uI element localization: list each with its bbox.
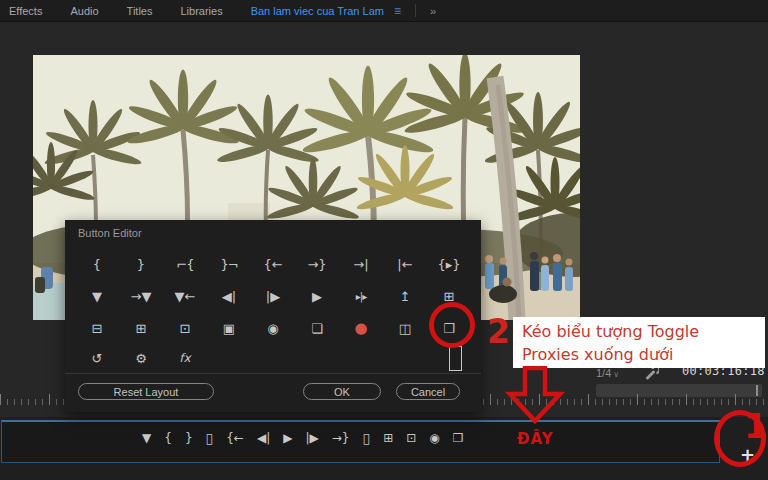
dialog-divider [65,373,481,374]
panel-tabs: EffectsAudioTitlesLibrariesBan lam viec … [9,5,384,17]
export-frame-icon[interactable]: ↥ [383,282,427,310]
lift-icon[interactable]: ⊟ [75,314,119,342]
add-marker-icon[interactable]: ▼ [75,282,119,310]
go-to-previous-marker-icon[interactable]: ▼← [163,282,207,310]
tab-separator [415,4,416,17]
button-row-3: ⊟⊞⊡▣◉❏●◫❒ [75,314,471,342]
mark-in-icon[interactable]: { [75,250,119,278]
blank-button-placeholder[interactable] [449,346,462,371]
toggle-proxies-highlight-circle [429,302,475,348]
overwrite-button[interactable]: ⊡ [406,431,416,445]
play-around-icon[interactable]: ▸|▸ [339,282,383,310]
safe-margins-icon[interactable]: ▣ [207,314,251,342]
cancel-button[interactable]: Cancel [396,383,460,400]
go-to-out-button[interactable]: →} [332,431,350,445]
toggle-proxies-button[interactable]: ❒ [453,431,464,445]
camera-export-frame-icon[interactable]: ◉ [251,314,295,342]
ok-button[interactable]: OK [303,383,381,400]
timeline-toolbar-box: ▼{}▯{←◀|▶|▶→}▯⊞⊡◉❒ [1,420,720,463]
insert-button[interactable]: ⊞ [383,431,393,445]
go-to-out-icon[interactable]: →} [295,250,339,278]
step-forward-icon[interactable]: |▶ [251,282,295,310]
step-2-callout: Kéo biểu tượng Toggle Proxies xuống dưới [513,317,765,368]
clear-in-icon[interactable]: ⌐{ [163,250,207,278]
camera-button[interactable]: ◉ [429,431,439,445]
chevron-down-icon: ∨ [613,370,619,379]
callout-line-2: Proxies xuống dưới [522,343,765,366]
overwrite-icon[interactable]: ⊡ [163,314,207,342]
play-button[interactable]: ▶ [283,431,292,445]
extract-icon[interactable]: ⊞ [119,314,163,342]
clear-out-icon[interactable]: }¬ [207,250,251,278]
loop-icon[interactable]: ↺ [75,344,119,372]
go-to-next-marker-icon[interactable]: →▼ [119,282,163,310]
button-row-1: {}⌐{}¬{←→}→||←{▸} [75,250,471,278]
blank-button[interactable]: ▯ [206,430,214,446]
tab-audio[interactable]: Audio [70,5,98,17]
blank-button[interactable]: ▯ [362,430,370,446]
here-label: ĐÂY [517,430,554,448]
callout-line-1: Kéo biểu tượng Toggle [522,320,765,343]
fx-mute-icon[interactable]: fx [163,344,207,372]
timeline-panel: ▼{}▯{←◀|▶|▶→}▯⊞⊡◉❒ [0,417,768,480]
record-icon[interactable]: ● [339,314,383,342]
settings-icon[interactable]: ⚙ [119,344,163,372]
tab-libraries[interactable]: Libraries [180,5,222,17]
add-marker-button[interactable]: ▼ [142,431,151,445]
overflow-chevron-icon[interactable]: » [430,5,437,17]
down-arrow-annotation [505,366,565,424]
panel-menu-icon[interactable]: ≡ [394,4,401,18]
mark-out-icon[interactable]: } [119,250,163,278]
dialog-title: Button Editor [78,227,142,239]
playback-resolution-dropdown[interactable]: 1/4∨ [596,367,619,379]
step-1-number: 1 [744,406,768,446]
play-in-to-out-icon[interactable]: {▸} [427,250,471,278]
multicam-view-icon[interactable]: ◫ [383,314,427,342]
go-to-in-button[interactable]: {← [226,431,244,445]
button-editor-dialog: Button Editor {}⌐{}¬{←→}→||←{▸} ▼→▼▼←◀||… [65,220,481,412]
tab-titles[interactable]: Titles [127,5,153,17]
go-to-next-edit-icon[interactable]: →| [339,250,383,278]
mark-out-button[interactable]: } [185,431,193,445]
tab-effects[interactable]: Effects [9,5,42,17]
settings-wrench-icon[interactable] [645,366,659,380]
step-forward-button[interactable]: |▶ [305,431,318,445]
mark-in-button[interactable]: { [164,431,172,445]
tab-workspace[interactable]: Ban lam viec cua Tran Lam [251,5,384,17]
step-2-number: 2 [487,312,510,351]
step-back-button[interactable]: ◀| [257,431,270,445]
premiere-pro-window: EffectsAudioTitlesLibrariesBan lam viec … [0,0,768,480]
panel-tab-bar: EffectsAudioTitlesLibrariesBan lam viec … [0,0,768,22]
go-to-previous-edit-icon[interactable]: |← [383,250,427,278]
button-row-4: ↺⚙fx [75,344,471,372]
step-back-icon[interactable]: ◀| [207,282,251,310]
reset-layout-button[interactable]: Reset Layout [78,383,214,400]
transport-controls: ▼{}▯{←◀|▶|▶→}▯⊞⊡◉❒ [142,426,464,450]
comment-icon[interactable]: ❏ [295,314,339,342]
go-to-in-icon[interactable]: {← [251,250,295,278]
button-row-2: ▼→▼▼←◀||▶▶▸|▸↥⊞ [75,282,471,310]
play-icon[interactable]: ▶ [295,282,339,310]
